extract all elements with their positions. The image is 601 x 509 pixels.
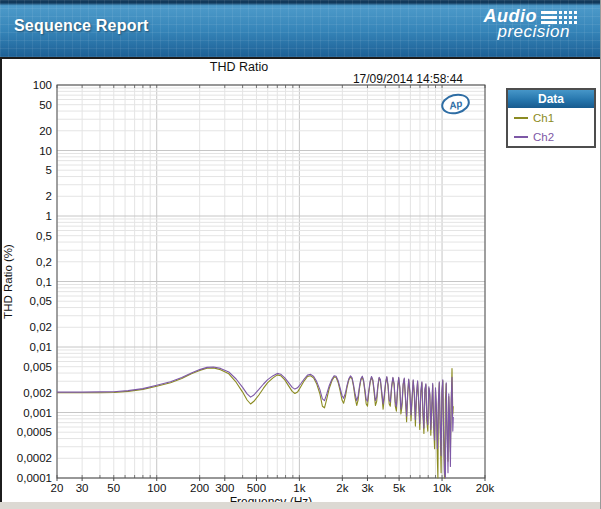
svg-text:100: 100 (147, 482, 166, 494)
page-bottom-edge (0, 502, 601, 509)
svg-text:30: 30 (76, 482, 89, 494)
svg-text:100: 100 (33, 79, 52, 91)
svg-text:50: 50 (107, 482, 120, 494)
svg-text:0,01: 0,01 (30, 341, 52, 353)
logo-text-precision: precision (498, 23, 580, 40)
svg-text:0,0005: 0,0005 (17, 426, 52, 438)
svg-text:0,05: 0,05 (30, 295, 52, 307)
report-header-banner: Sequence Report Audio precision (0, 0, 601, 57)
svg-text:5: 5 (46, 164, 52, 176)
audio-precision-logo: Audio precision (484, 7, 580, 40)
svg-text:THD Ratio (%): THD Ratio (%) (2, 244, 14, 319)
svg-text:50: 50 (39, 99, 52, 111)
svg-text:0,2: 0,2 (36, 256, 52, 268)
svg-text:0,0002: 0,0002 (17, 452, 52, 464)
legend-item-ch2[interactable]: Ch2 (508, 127, 594, 146)
svg-text:20k: 20k (476, 482, 495, 494)
ch1-line-swatch (514, 117, 528, 119)
svg-text:0,002: 0,002 (23, 387, 52, 399)
svg-text:0,5: 0,5 (36, 230, 52, 242)
svg-text:20: 20 (51, 482, 64, 494)
svg-text:10k: 10k (433, 482, 452, 494)
svg-text:500: 500 (247, 482, 266, 494)
legend-title: Data (508, 90, 594, 108)
page-title: Sequence Report (14, 17, 149, 35)
svg-text:0,1: 0,1 (36, 276, 52, 288)
legend-item-ch1[interactable]: Ch1 (508, 108, 594, 127)
legend-item-label: Ch1 (533, 112, 554, 124)
svg-text:3k: 3k (361, 482, 373, 494)
svg-text:1: 1 (46, 210, 52, 222)
svg-text:2: 2 (46, 190, 52, 202)
svg-text:20: 20 (39, 125, 52, 137)
svg-text:10: 10 (39, 145, 52, 157)
svg-text:5k: 5k (393, 482, 405, 494)
svg-text:2k: 2k (336, 482, 348, 494)
svg-text:0,0001: 0,0001 (17, 472, 52, 484)
svg-text:300: 300 (215, 482, 234, 494)
svg-text:0,02: 0,02 (30, 321, 52, 333)
legend-panel: Data Ch1 Ch2 (506, 88, 596, 148)
svg-text:200: 200 (190, 482, 209, 494)
svg-text:1k: 1k (293, 482, 305, 494)
svg-text:0,005: 0,005 (23, 361, 52, 373)
svg-text:0,001: 0,001 (23, 407, 52, 419)
ch2-line-swatch (514, 136, 528, 138)
legend-item-label: Ch2 (533, 131, 554, 143)
